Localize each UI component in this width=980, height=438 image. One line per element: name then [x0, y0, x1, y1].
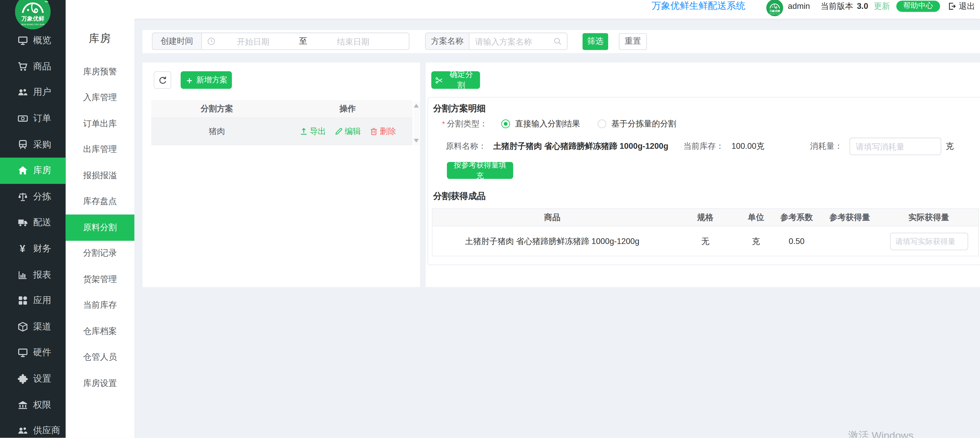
sidebar-item-sorting[interactable]: 分拣 [0, 184, 65, 210]
end-date-input[interactable] [316, 36, 391, 46]
date-range-picker[interactable]: 至 [201, 32, 409, 50]
main-content: 创建时间 至 方案名称 筛选 重置 [134, 19, 980, 438]
sidebar-item-orders[interactable]: 订单 [0, 105, 65, 132]
plus-icon: ＋ [185, 76, 194, 84]
col-ref-coefficient: 参考系数 [773, 209, 820, 226]
svg-text:WAN XIANG YOU XIAN: WAN XIANG YOU XIAN [21, 23, 45, 26]
brand-logo-small: 万象优鲜WAN XIANG YOU XIAN [766, 0, 783, 16]
sidebar-item-delivery[interactable]: 配送 [0, 210, 65, 236]
submenu-item-warehouse-staff[interactable]: 仓管人员 [65, 344, 134, 370]
puzzle-icon [17, 373, 28, 384]
sidebar-item-hardware[interactable]: 硬件 [0, 340, 65, 366]
col-actual-amount: 实际获得量 [880, 209, 978, 226]
svg-text:WAN XIANG YOU XIAN: WAN XIANG YOU XIAN [769, 13, 780, 14]
bar-chart-icon [17, 269, 28, 280]
version-value: 3.0 [857, 1, 868, 11]
bank-icon [17, 399, 28, 410]
stock-value: 100.00克 [732, 141, 765, 152]
sidebar-item-purchase[interactable]: 采购 [0, 132, 65, 158]
radio-by-sorting[interactable] [598, 119, 606, 128]
submenu-item-shelf[interactable]: 货架管理 [65, 266, 134, 292]
sidebar-item-finance[interactable]: ¥财务 [0, 236, 65, 262]
radio-direct-input[interactable] [501, 119, 510, 128]
update-link[interactable]: 更新 [874, 0, 890, 11]
col-split-plan: 分割方案 [151, 100, 283, 118]
export-action[interactable]: 导出 [299, 126, 326, 137]
scissors-icon [435, 76, 443, 84]
split-detail-box: 分割方案明细 * 分割类型： 直接输入分割结果 基于分拣量的分割 原料名称： 土… [428, 97, 980, 265]
created-time-group: 创建时间 至 [152, 32, 409, 50]
table-scrollbar[interactable] [414, 102, 420, 145]
logout-button[interactable]: 退出 [948, 0, 975, 11]
sidebar-item-apps[interactable]: 应用 [0, 288, 65, 314]
sidebar-item-permissions[interactable]: 权限 [0, 392, 65, 418]
submenu-item-split-records[interactable]: 分割记录 [65, 241, 134, 267]
brand-logo: 万象优鲜WAN XIANG YOU XIAN [15, 0, 51, 29]
radio-by-sorting-label[interactable]: 基于分拣量的分割 [611, 118, 676, 129]
sidebar-item-suppliers[interactable]: 供应商 [0, 418, 65, 438]
unit-cell: 克 [739, 226, 773, 256]
submenu-item-current-stock[interactable]: 当前库存 [65, 292, 134, 319]
plan-name-input[interactable] [469, 36, 553, 46]
filter-button[interactable]: 筛选 [582, 33, 608, 50]
ref-coefficient-cell: 0.50 [773, 226, 820, 256]
material-info-row: 原料名称： 土猪肘子猪肉 省心猪蹄膀鲜冻猪蹄 1000g-1200g 当前库存：… [445, 138, 954, 155]
main-sidebar: 万象优鲜WAN XIANG YOU XIAN 概览 商品 用户 订单 采购 库房… [0, 0, 65, 438]
confirm-split-button[interactable]: 确定分割 [431, 71, 480, 89]
consume-label: 消耗量： [810, 141, 843, 152]
plan-name-group: 方案名称 [425, 32, 568, 50]
add-plan-button[interactable]: ＋新增方案 [181, 71, 232, 89]
fill-by-reference-button[interactable]: 按参考获得量填充 [447, 162, 513, 179]
help-center-button[interactable]: 帮助中心 [896, 0, 940, 11]
submenu-item-stocktake[interactable]: 库存盘点 [65, 189, 134, 215]
main-nav: 概览 商品 用户 订单 采购 库房 分拣 配送 ¥财务 报表 应用 渠道 硬件 … [0, 27, 65, 438]
truck-icon [17, 217, 28, 228]
submenu-item-material-split[interactable]: 原料分割 [65, 215, 134, 241]
radio-direct-input-label[interactable]: 直接输入分割结果 [515, 118, 580, 129]
required-mark: * [442, 119, 445, 129]
refresh-button[interactable] [154, 71, 171, 89]
submenu-item-warehouse-alert[interactable]: 库房预警 [65, 59, 134, 85]
start-date-input[interactable] [216, 36, 291, 46]
edit-action[interactable]: 编辑 [334, 126, 361, 137]
username[interactable]: admin [788, 1, 810, 11]
table-row[interactable]: 猪肉 导出 编辑 删除 [151, 118, 412, 145]
submenu-item-warehouse-archive[interactable]: 仓库档案 [65, 319, 134, 344]
sidebar-item-overview[interactable]: 概览 [0, 27, 65, 54]
monitor-icon [17, 35, 28, 46]
material-value: 土猪肘子猪肉 省心猪蹄膀鲜冻猪蹄 1000g-1200g [493, 141, 668, 152]
reset-button[interactable]: 重置 [619, 33, 647, 50]
svg-text:万象优鲜: 万象优鲜 [21, 15, 44, 22]
spec-cell: 无 [672, 226, 739, 256]
created-time-label: 创建时间 [152, 32, 201, 50]
submenu-item-loss-overflow[interactable]: 报损报溢 [65, 162, 134, 189]
top-bar: 万象优鲜生鲜配送系统 万象优鲜WAN XIANG YOU XIAN admin … [134, 0, 980, 19]
sidebar-item-channels[interactable]: 渠道 [0, 314, 65, 340]
submenu-item-inbound[interactable]: 入库管理 [65, 85, 134, 111]
version-label: 当前版本 [821, 0, 853, 11]
material-label: 原料名称： [445, 141, 486, 152]
submenu-item-order-outbound[interactable]: 订单出库 [65, 111, 134, 137]
submenu-item-outbound[interactable]: 出库管理 [65, 137, 134, 162]
col-actions: 操作 [283, 100, 412, 118]
consume-input[interactable] [850, 138, 941, 155]
refresh-icon [158, 75, 167, 85]
plan-name-cell[interactable]: 猪肉 [151, 118, 283, 144]
sidebar-item-reports[interactable]: 报表 [0, 262, 65, 288]
delete-action[interactable]: 删除 [369, 126, 396, 137]
users-icon [17, 87, 28, 98]
consume-unit: 克 [946, 141, 954, 152]
plan-name-label: 方案名称 [425, 32, 469, 50]
sidebar-item-goods[interactable]: 商品 [0, 54, 65, 80]
sidebar-item-users[interactable]: 用户 [0, 80, 65, 105]
scroll-down-icon[interactable] [414, 139, 419, 143]
submenu-item-warehouse-settings[interactable]: 库房设置 [65, 370, 134, 396]
yuan-icon: ¥ [17, 243, 28, 254]
col-unit: 单位 [739, 209, 773, 226]
clock-icon [207, 37, 216, 46]
delete-icon [369, 127, 378, 136]
sidebar-item-settings[interactable]: 设置 [0, 366, 65, 392]
actual-amount-input[interactable] [890, 232, 968, 250]
scroll-up-icon[interactable] [414, 104, 419, 107]
sidebar-item-warehouse[interactable]: 库房 [0, 158, 65, 184]
